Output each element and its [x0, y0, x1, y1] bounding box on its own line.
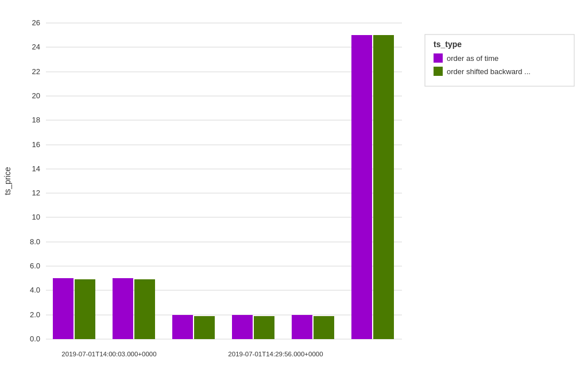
bar-group5-series1: [292, 315, 312, 339]
y-tick-20: 20: [32, 91, 40, 100]
bar-chart: 26 24 22 20 18 16 14 12 10 8.0 6.0 4.0 2…: [0, 0, 588, 373]
bar-group4-series1: [232, 315, 253, 339]
bar-group5-series2: [314, 316, 334, 339]
y-tick-12: 12: [32, 189, 40, 197]
y-axis-label: ts_price: [3, 167, 12, 195]
y-tick-10: 10: [32, 213, 40, 221]
chart-container: 26 24 22 20 18 16 14 12 10 8.0 6.0 4.0 2…: [0, 0, 588, 373]
y-tick-16: 16: [32, 140, 40, 149]
bar-group3-series1: [172, 315, 193, 339]
legend-label-2: order shifted backward ...: [447, 67, 531, 76]
y-tick-18: 18: [32, 116, 40, 124]
bar-group2-series2: [134, 279, 155, 339]
bar-group4-series2: [254, 316, 274, 339]
legend-color-1: [434, 53, 443, 63]
bar-group2-series1: [113, 278, 133, 339]
y-tick-26: 26: [32, 18, 40, 27]
bar-group1-series1: [53, 278, 74, 339]
legend-label-1: order as of time: [447, 54, 498, 63]
y-tick-6: 6.0: [30, 262, 40, 270]
legend-color-2: [434, 67, 443, 76]
y-tick-24: 24: [32, 43, 40, 51]
bar-group6-series2: [373, 35, 394, 339]
y-tick-2: 2.0: [30, 310, 40, 319]
x-label-1: 2019-07-01T14:00:03.000+0000: [61, 351, 156, 357]
bar-group6-series1: [351, 35, 372, 339]
x-label-2: 2019-07-01T14:29:56.000+0000: [228, 351, 323, 357]
y-tick-0: 0.0: [30, 334, 40, 343]
legend-title: ts_type: [434, 40, 462, 49]
y-tick-22: 22: [32, 67, 40, 76]
y-tick-8: 8.0: [30, 237, 40, 246]
bar-group1-series2: [75, 279, 95, 339]
y-tick-14: 14: [32, 164, 40, 173]
y-tick-4: 4.0: [30, 286, 40, 294]
bar-group3-series2: [194, 316, 215, 339]
